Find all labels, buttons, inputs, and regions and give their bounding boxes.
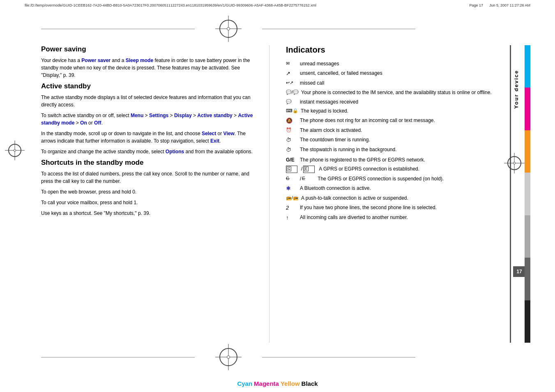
color-tabs bbox=[525, 45, 530, 343]
color-tab-gray bbox=[525, 215, 530, 258]
indicator-im-received: 💬 instant messages received bbox=[286, 99, 500, 106]
indicator-unread: ✉ unread messages bbox=[286, 60, 500, 67]
color-tab-yellow bbox=[525, 130, 530, 173]
active-standby-body3: In the standby mode, scroll up or down t… bbox=[41, 130, 255, 145]
active-standby-title: Active standby bbox=[41, 82, 255, 90]
indicators-title: Indicators bbox=[286, 45, 500, 55]
color-tab-black bbox=[525, 300, 530, 343]
power-saving-title: Power saving bbox=[41, 45, 255, 53]
color-label-magenta: Magenta bbox=[254, 380, 279, 387]
link-select[interactable]: Select bbox=[202, 131, 216, 136]
link-options[interactable]: Options bbox=[166, 149, 184, 154]
indicator-missed: ↩↗ missed call bbox=[286, 80, 500, 87]
color-label-cyan: Cyan bbox=[237, 380, 252, 387]
right-column: Indicators ✉ unread messages ↗ unsent, c… bbox=[278, 45, 500, 343]
shortcuts-body4: Use keys as a shortcut. See "My shortcut… bbox=[41, 210, 255, 217]
indicator-unsent: ↗ unsent, cancelled, or failed messages bbox=[286, 70, 500, 77]
link-off[interactable]: Off bbox=[94, 120, 101, 126]
shortcuts-body1: To access the list of dialed numbers, pr… bbox=[41, 170, 255, 185]
color-tab-magenta bbox=[525, 88, 530, 130]
power-saving-section: Power saving Your device has a Power sav… bbox=[41, 45, 255, 79]
shortcuts-body3: To call your voice mailbox, press and ho… bbox=[41, 199, 255, 206]
shortcuts-body2: To open the web browser, press and hold … bbox=[41, 188, 255, 196]
indicator-keypad: ⌨🔒 The keypad is locked. bbox=[286, 108, 500, 115]
color-label-black: Black bbox=[302, 380, 318, 387]
indicator-bluetooth: ⚛ A Bluetooth connection is active. bbox=[286, 185, 500, 192]
indicator-line2: 2 If you have two phone lines, the secon… bbox=[286, 204, 500, 212]
color-bar: Cyan Magenta Yellow Black bbox=[0, 380, 555, 387]
color-tab-darkgray bbox=[525, 258, 530, 300]
link-active-standby[interactable]: Active standby bbox=[197, 113, 232, 118]
link-display[interactable]: Display bbox=[174, 113, 192, 118]
indicator-timer: ⏱ The countdown timer is running. bbox=[286, 136, 500, 144]
link-exit[interactable]: Exit bbox=[210, 138, 219, 144]
indicator-gprs-susp: G / E The GPRS or EGPRS connection is su… bbox=[286, 175, 500, 182]
indicator-stopwatch: ⏱ The stopwatch is running in the backgr… bbox=[286, 146, 500, 154]
page-info: Page 17 Jun 5, 2007 11:27:26 AM bbox=[469, 3, 530, 7]
active-standby-body1: The active standby mode displays a list … bbox=[41, 94, 255, 108]
color-label-yellow: Yellow bbox=[281, 380, 300, 387]
indicator-gprs-conn: 🄶 / 🄴 A GPRS or EGPRS connection is esta… bbox=[286, 166, 500, 173]
file-path-text: file:/D:/temp/overmode/GUID-1CEEB162-7A2… bbox=[25, 3, 316, 7]
color-tab-lightgray bbox=[525, 173, 530, 215]
link-sleep-mode[interactable]: Sleep mode bbox=[126, 58, 153, 63]
page-number: 17 bbox=[513, 266, 525, 277]
indicator-silent: 🔕 The phone does not ring for an incomin… bbox=[286, 117, 500, 125]
file-path-bar: file:/D:/temp/overmode/GUID-1CEEB162-7A2… bbox=[25, 3, 530, 7]
shortcuts-title: Shortcuts in the standby mode bbox=[41, 159, 255, 167]
link-settings[interactable]: Settings bbox=[149, 113, 168, 118]
active-standby-body2: To switch active standby on or off, sele… bbox=[41, 112, 255, 127]
indicator-ptt: 📻/📻 A push-to-talk connection is active … bbox=[286, 195, 500, 202]
indicator-im: 💬/💬 Your phone is connected to the IM se… bbox=[286, 89, 500, 96]
left-column: Power saving Your device has a Power sav… bbox=[41, 45, 261, 343]
link-power-saver[interactable]: Power saver bbox=[81, 58, 111, 63]
active-standby-section: Active standby The active standby mode d… bbox=[41, 82, 255, 155]
column-divider bbox=[269, 45, 269, 343]
link-view[interactable]: View bbox=[223, 131, 235, 136]
shortcuts-section: Shortcuts in the standby mode To access … bbox=[41, 159, 255, 217]
link-menu[interactable]: Menu bbox=[131, 113, 143, 118]
indicator-divert: ↑ All incoming calls are diverted to ano… bbox=[286, 214, 500, 221]
link-on[interactable]: On bbox=[80, 120, 87, 126]
color-tab-cyan bbox=[525, 45, 530, 88]
power-saving-body: Your device has a Power saver and a Slee… bbox=[41, 57, 255, 79]
active-standby-body4: To organize and change the active standb… bbox=[41, 148, 255, 155]
indicator-alarm: ⏰ The alarm clock is activated. bbox=[286, 127, 500, 134]
your-device-label: Your device bbox=[513, 70, 519, 109]
indicator-gprs-reg: G/E The phone is registered to the GPRS … bbox=[286, 157, 500, 164]
right-sidebar: Your device 17 bbox=[510, 45, 530, 343]
